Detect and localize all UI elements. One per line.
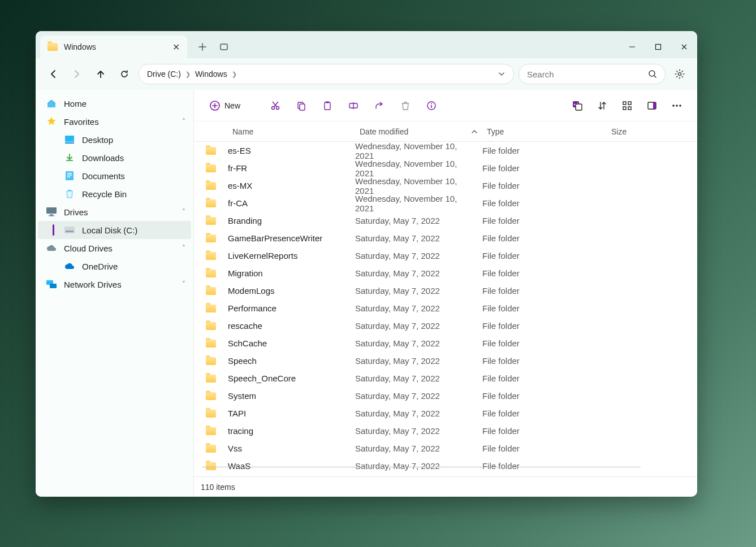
rename-button[interactable] [342, 96, 365, 115]
close-tab-button[interactable]: ✕ [171, 42, 180, 53]
tab-overview-button[interactable] [219, 42, 229, 52]
cut-button[interactable] [264, 96, 287, 115]
table-row[interactable]: ModemLogsSaturday, May 7, 2022File folde… [194, 282, 697, 299]
table-row[interactable]: Speech_OneCoreSaturday, May 7, 2022File … [194, 370, 697, 387]
table-row[interactable]: MigrationSaturday, May 7, 2022File folde… [194, 264, 697, 282]
sidebar-item-downloads[interactable]: Downloads [38, 149, 191, 167]
sidebar-item-label: Downloads [82, 153, 124, 163]
sidebar-item-recyclebin[interactable]: Recycle Bin [38, 185, 191, 203]
table-row[interactable]: fr-CAWednesday, November 10, 2021File fo… [194, 194, 697, 212]
new-button-label: New [224, 101, 240, 110]
table-row[interactable]: es-ESWednesday, November 10, 2021File fo… [194, 142, 697, 159]
view-button[interactable] [616, 96, 638, 115]
table-row[interactable]: LiveKernelReportsSaturday, May 7, 2022Fi… [194, 247, 697, 264]
file-date: Wednesday, November 10, 2021 [355, 194, 482, 213]
folder-icon [206, 322, 216, 330]
file-type: File folder [482, 356, 607, 366]
table-row[interactable]: WaaSSaturday, May 7, 2022File folder [194, 457, 697, 475]
table-row[interactable]: es-MXWednesday, November 10, 2021File fo… [194, 177, 697, 194]
file-type: File folder [482, 233, 607, 243]
forward-button[interactable] [67, 64, 87, 84]
svg-rect-0 [221, 44, 227, 50]
maximize-button[interactable] [645, 36, 671, 58]
table-row[interactable]: GameBarPresenceWriterSaturday, May 7, 20… [194, 229, 697, 247]
back-button[interactable] [44, 64, 63, 84]
column-size[interactable]: Size [607, 127, 697, 136]
file-date: Saturday, May 7, 2022 [355, 321, 482, 331]
breadcrumb-part[interactable]: Windows [195, 70, 227, 79]
svg-point-26 [431, 103, 432, 104]
column-date[interactable]: Date modified [355, 127, 482, 136]
file-type: File folder [482, 303, 607, 313]
file-type: File folder [482, 461, 607, 471]
file-type: File folder [482, 268, 607, 278]
folder-icon [206, 287, 216, 295]
breadcrumb[interactable]: Drive (C:) ❯ Windows ❯ [139, 64, 514, 84]
table-row[interactable]: SystemSaturday, May 7, 2022File folder [194, 387, 697, 405]
delete-button[interactable] [394, 96, 417, 115]
file-list[interactable]: es-ESWednesday, November 10, 2021File fo… [194, 142, 697, 476]
settings-button[interactable] [670, 68, 689, 80]
svg-rect-4 [65, 136, 74, 142]
table-row[interactable]: VssSaturday, May 7, 2022File folder [194, 440, 697, 457]
titlebar: Windows ✕ [36, 31, 697, 58]
table-row[interactable]: PerformanceSaturday, May 7, 2022File fol… [194, 299, 697, 317]
tab-windows[interactable]: Windows ✕ [40, 36, 187, 58]
sidebar-item-home[interactable]: Home [38, 94, 191, 112]
new-tab-button[interactable] [197, 42, 208, 52]
sidebar-item-favorites[interactable]: Favorites ˄ [38, 112, 191, 131]
sidebar-item-drives[interactable]: Drives ˄ [38, 203, 191, 221]
table-row[interactable]: SpeechSaturday, May 7, 2022File folder [194, 352, 697, 370]
up-button[interactable] [91, 64, 110, 84]
svg-rect-13 [64, 227, 75, 233]
sidebar: Home Favorites ˄ Desktop Downloads Docum… [36, 90, 194, 497]
paste-button[interactable] [316, 96, 339, 115]
chevron-down-icon[interactable]: ˅ [182, 280, 185, 288]
sidebar-item-onedrive[interactable]: OneDrive [38, 257, 191, 275]
chevron-up-icon[interactable]: ˄ [182, 118, 185, 125]
table-row[interactable]: BrandingSaturday, May 7, 2022File folder [194, 212, 697, 229]
sort-asc-icon [471, 128, 478, 135]
breadcrumb-dropdown[interactable] [498, 70, 506, 78]
sort-button[interactable] [591, 96, 614, 115]
close-window-button[interactable] [671, 36, 697, 58]
table-row[interactable]: rescacheSaturday, May 7, 2022File folder [194, 317, 697, 335]
search-input[interactable] [527, 70, 657, 79]
search-box[interactable] [519, 64, 666, 84]
svg-rect-11 [50, 214, 53, 215]
table-row[interactable]: tracingSaturday, May 7, 2022File folder [194, 422, 697, 440]
file-date: Saturday, May 7, 2022 [355, 426, 482, 436]
chevron-up-icon[interactable]: ˄ [182, 208, 185, 216]
file-type: File folder [482, 251, 607, 261]
column-type[interactable]: Type [482, 127, 607, 136]
file-name: SchCache [228, 338, 355, 348]
svg-rect-31 [628, 102, 631, 105]
sidebar-item-desktop[interactable]: Desktop [38, 131, 191, 149]
sidebar-item-network[interactable]: Network Drives ˅ [38, 275, 191, 293]
main-panel: New Name [194, 90, 697, 497]
refresh-button[interactable] [115, 64, 134, 84]
copy-button[interactable] [290, 96, 313, 115]
properties-button[interactable] [420, 96, 443, 115]
sidebar-item-cloud[interactable]: Cloud Drives ˄ [38, 239, 191, 257]
breadcrumb-part[interactable]: Drive (C:) [147, 70, 181, 79]
sidebar-item-localdisk-c[interactable]: Local Disk (C:) [38, 221, 191, 239]
table-row[interactable]: TAPISaturday, May 7, 2022File folder [194, 405, 697, 422]
nav-toolbar: Drive (C:) ❯ Windows ❯ [36, 58, 697, 90]
select-button[interactable] [566, 96, 589, 115]
new-button[interactable]: New [203, 96, 247, 115]
preview-pane-button[interactable] [641, 96, 663, 115]
file-name: es-MX [228, 181, 355, 190]
search-icon[interactable] [648, 70, 657, 79]
column-headers: Name Date modified Type Size [194, 121, 697, 142]
chevron-up-icon[interactable]: ˄ [182, 244, 185, 252]
table-row[interactable]: SchCacheSaturday, May 7, 2022File folder [194, 335, 697, 352]
more-button[interactable] [666, 96, 688, 115]
minimize-button[interactable] [619, 36, 645, 58]
table-row[interactable]: fr-FRWednesday, November 10, 2021File fo… [194, 159, 697, 177]
column-name[interactable]: Name [228, 127, 355, 136]
sidebar-item-label: Cloud Drives [64, 244, 113, 253]
share-button[interactable] [368, 96, 391, 115]
sidebar-item-label: Local Disk (C:) [82, 225, 137, 235]
sidebar-item-documents[interactable]: Documents [38, 167, 191, 185]
